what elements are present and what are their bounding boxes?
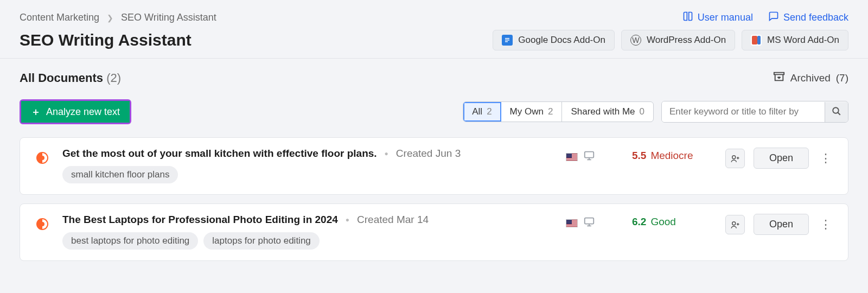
svg-point-19	[732, 221, 736, 225]
wordpress-icon: W	[630, 35, 641, 46]
book-icon	[682, 11, 693, 24]
document-score: 6.2Good	[632, 216, 713, 228]
keyword-tag[interactable]: laptops for photo editing	[203, 232, 319, 250]
document-card: Get the most out of your small kitchen w…	[20, 137, 848, 195]
document-card: The Best Laptops for Professional Photo …	[20, 203, 848, 261]
breadcrumb-current: SEO Writing Assistant	[121, 12, 216, 23]
analyze-new-text-button[interactable]: ＋ Analyze new text	[21, 101, 130, 123]
svg-rect-3	[505, 41, 508, 42]
tab-my-own[interactable]: My Own2	[501, 102, 563, 122]
svg-point-7	[40, 156, 44, 160]
breadcrumb-parent[interactable]: Content Marketing	[20, 12, 99, 23]
desktop-icon	[583, 216, 595, 230]
share-button[interactable]	[725, 215, 745, 234]
us-flag-icon	[566, 153, 578, 161]
document-title[interactable]: Get the most out of your small kitchen w…	[62, 148, 377, 160]
open-button[interactable]: Open	[754, 214, 809, 235]
search-icon	[832, 110, 841, 118]
breadcrumb: Content Marketing ❯ SEO Writing Assistan…	[20, 12, 216, 23]
more-menu-icon[interactable]: ⋮	[818, 218, 834, 232]
svg-point-15	[40, 222, 44, 226]
keyword-tag[interactable]: best laptops for photo editing	[62, 232, 198, 250]
tab-shared-with-me[interactable]: Shared with Me0	[562, 102, 653, 122]
archive-icon	[773, 71, 785, 85]
search-button[interactable]	[825, 102, 848, 122]
tab-all[interactable]: All2	[463, 102, 501, 122]
page-title: SEO Writing Assistant	[20, 31, 192, 49]
document-title[interactable]: The Best Laptops for Professional Photo …	[62, 214, 338, 226]
filter-tabs: All2My Own2Shared with Me0	[463, 101, 654, 122]
svg-line-5	[838, 112, 840, 115]
svg-point-4	[833, 107, 839, 113]
svg-point-11	[732, 155, 736, 158]
archived-link[interactable]: Archived (7)	[773, 71, 848, 85]
semrush-icon	[34, 216, 50, 232]
svg-rect-1	[505, 38, 509, 39]
documents-heading: All Documents (2)	[20, 71, 121, 85]
desktop-icon	[583, 150, 595, 164]
svg-rect-16	[585, 218, 594, 224]
more-menu-icon[interactable]: ⋮	[818, 151, 834, 165]
plus-icon: ＋	[31, 105, 41, 118]
document-score: 5.5Mediocre	[632, 150, 713, 162]
send-feedback-link[interactable]: Send feedback	[768, 11, 848, 24]
user-manual-link[interactable]: User manual	[682, 11, 753, 24]
svg-rect-8	[585, 152, 594, 158]
svg-rect-2	[505, 40, 509, 41]
google-docs-addon-button[interactable]: Google Docs Add-On	[493, 30, 615, 50]
filter-input[interactable]	[662, 101, 825, 122]
open-button[interactable]: Open	[754, 148, 809, 169]
created-date: Created Mar 14	[357, 214, 429, 226]
share-button[interactable]	[725, 149, 745, 168]
wordpress-addon-button[interactable]: W WordPress Add-On	[621, 30, 735, 50]
chevron-right-icon: ❯	[107, 14, 113, 22]
ms-word-icon	[751, 35, 762, 46]
ms-word-addon-button[interactable]: MS Word Add-On	[742, 30, 848, 50]
us-flag-icon	[566, 219, 578, 227]
analyze-highlight: ＋ Analyze new text	[20, 99, 131, 124]
created-date: Created Jun 3	[396, 148, 461, 160]
keyword-tag[interactable]: small kitchen floor plans	[62, 166, 178, 183]
google-docs-icon	[502, 35, 513, 46]
semrush-icon	[34, 150, 50, 166]
chat-icon	[768, 11, 779, 24]
